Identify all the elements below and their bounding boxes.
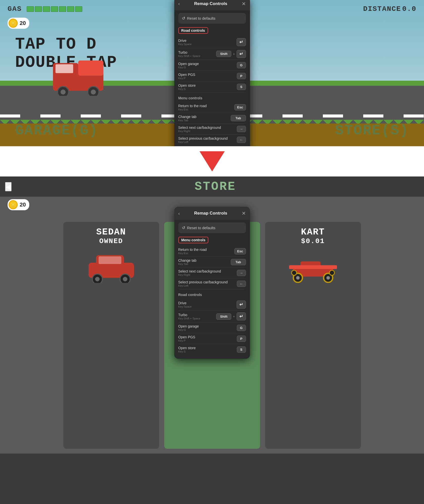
bot-drive-name: Drive <box>178 301 192 305</box>
bottom-reset-icon: ↺ <box>182 225 185 230</box>
store-open-name: Open store <box>178 83 196 87</box>
bot-road-section-title: Road controls <box>178 293 246 297</box>
bot-turbo-space-btn[interactable]: ↵ <box>237 312 246 320</box>
next-name: Select next car/background <box>178 126 221 130</box>
bot-garage-key-btn[interactable]: G <box>237 325 246 331</box>
arrow-down-icon <box>200 151 225 171</box>
turbo-space-btn[interactable]: ↵ <box>237 50 246 58</box>
bot-prev-row: Select previous car/background Key:Left … <box>178 278 246 289</box>
bottom-modal-header: ‹ Remap Controls ✕ <box>174 207 250 220</box>
bot-garage-row: Open garage Key:G G <box>178 322 246 333</box>
bot-prev-info: Select previous car/background Key:Left <box>178 280 228 287</box>
bottom-remap-modal: ‹ Remap Controls ✕ ↺ Reset to defaults M… <box>174 207 250 359</box>
bot-changetab-key: Key:Tab <box>178 262 196 265</box>
changetab-info: Change tab Key:Tab <box>178 115 196 122</box>
next-info: Select next car/background Key:Right <box>178 126 221 133</box>
changetab-key: Key:Tab <box>178 119 196 122</box>
top-changetab-row: Change tab Key:Tab Tab <box>178 113 246 124</box>
bot-turbo-binding: Shift + ↵ <box>216 312 246 320</box>
turbo-key: Key:Shift + Space <box>178 54 201 57</box>
prev-key-btn[interactable]: ← <box>237 137 246 143</box>
return-key: Key:Esc <box>178 108 207 111</box>
top-remap-modal: ‹ Remap Controls ✕ ↺ Reset to defaults R… <box>174 0 250 146</box>
drive-name: Drive <box>178 39 192 43</box>
drive-key-btn[interactable]: ↵ <box>237 38 246 46</box>
bot-turbo-name: Turbo <box>178 313 201 317</box>
bot-drive-key: Key:Space <box>178 305 192 308</box>
bot-store-row: Open store Key:S S <box>178 344 246 355</box>
bot-turbo-key: Key:Shift + Space <box>178 317 201 320</box>
bot-turbo-shift-btn[interactable]: Shift <box>216 313 231 320</box>
prev-key: Key:Left <box>178 140 228 143</box>
bot-prev-key: Key:Left <box>178 284 228 287</box>
top-modal-back-button[interactable]: ‹ <box>178 1 180 7</box>
bot-changetab-info: Change tab Key:Tab <box>178 258 196 265</box>
prev-info: Select previous car/background Key:Left <box>178 136 228 143</box>
bottom-modal-back-button[interactable]: ‹ <box>178 211 180 216</box>
top-menu-section-title: Menu controls <box>178 96 246 100</box>
bot-turbo-plus: + <box>233 314 235 318</box>
bot-next-key-btn[interactable]: → <box>237 270 246 276</box>
bottom-modal-overlay: ‹ Remap Controls ✕ ↺ Reset to defaults M… <box>0 176 424 504</box>
top-modal-overlay: ‹ Remap Controls ✕ ↺ Reset to defaults R… <box>0 0 424 146</box>
bottom-modal-title: Remap Controls <box>180 211 241 216</box>
bot-store-info: Open store Key:S <box>178 346 196 353</box>
divider-section <box>0 146 424 176</box>
bottom-reset-button[interactable]: ↺ Reset to defaults <box>178 222 246 233</box>
changetab-name: Change tab <box>178 115 196 119</box>
bot-garage-key: Key:G <box>178 328 199 331</box>
bot-next-key: Key:Right <box>178 273 221 276</box>
top-next-row: Select next car/background Key:Right → <box>178 124 246 135</box>
bot-prev-name: Select previous car/background <box>178 280 228 284</box>
top-store-row: Open store Key:S S <box>178 82 246 93</box>
store-info: Open store Key:S <box>178 83 196 91</box>
bot-garage-name: Open garage <box>178 324 199 328</box>
bot-changetab-name: Change tab <box>178 258 196 262</box>
top-garage-row: Open garage Key:G G <box>178 60 246 71</box>
top-modal-title: Remap Controls <box>180 1 241 6</box>
bot-drive-row: Drive Key:Space ↵ <box>178 299 246 311</box>
bottom-modal-close-button[interactable]: ✕ <box>242 210 246 216</box>
garage-info: Open garage Key:G <box>178 62 199 69</box>
next-key-btn[interactable]: → <box>237 126 246 132</box>
bot-changetab-row: Change tab Key:Tab Tab <box>178 257 246 268</box>
bot-prev-key-btn[interactable]: ← <box>237 281 246 287</box>
bot-return-row: Return to the road Key:Esc Esc <box>178 246 246 257</box>
bot-pgs-row: Open PGS Key:P P <box>178 333 246 344</box>
pgs-key-btn[interactable]: P <box>237 73 246 79</box>
bot-drive-key-btn[interactable]: ↵ <box>237 301 246 309</box>
bot-turbo-info: Turbo Key:Shift + Space <box>178 313 201 320</box>
next-key: Key:Right <box>178 130 221 133</box>
bot-store-key-btn[interactable]: S <box>237 346 246 353</box>
bot-changetab-key-btn[interactable]: Tab <box>231 259 246 265</box>
prev-name: Select previous car/background <box>178 136 228 140</box>
return-name: Return to the road <box>178 104 207 108</box>
bot-garage-info: Open garage Key:G <box>178 324 199 331</box>
bot-pgs-info: Open PGS Key:P <box>178 335 195 342</box>
turbo-name: Turbo <box>178 50 201 54</box>
return-info: Return to the road Key:Esc <box>178 104 207 111</box>
garage-open-key: Key:G <box>178 66 199 69</box>
turbo-plus: + <box>233 52 235 56</box>
top-game-screen: GAS DISTANCE 0.0 🪙 20 TAP TO D DOUBLE TA… <box>0 0 424 146</box>
turbo-shift-btn[interactable]: Shift <box>216 51 231 57</box>
changetab-key-btn[interactable]: Tab <box>231 115 246 121</box>
top-reset-button[interactable]: ↺ Reset to defaults <box>178 13 246 24</box>
bot-pgs-key-btn[interactable]: P <box>237 336 246 342</box>
bot-next-row: Select next car/background Key:Right → <box>178 268 246 278</box>
top-drive-row: Drive Key:Space ↵ <box>178 36 246 48</box>
top-modal-close-button[interactable]: ✕ <box>242 1 246 7</box>
bottom-modal-body: ↺ Reset to defaults Menu controls Return… <box>174 220 250 359</box>
bot-next-info: Select next car/background Key:Right <box>178 269 221 276</box>
garage-key-btn[interactable]: G <box>237 62 246 68</box>
store-key-btn[interactable]: S <box>237 84 246 90</box>
drive-key: Key:Space <box>178 43 192 46</box>
bot-return-key-btn[interactable]: Esc <box>234 248 246 254</box>
reset-icon: ↺ <box>182 16 185 21</box>
bot-pgs-key: Key:P <box>178 339 195 342</box>
bot-store-key: Key:S <box>178 350 196 353</box>
top-road-section-label: Road controls <box>178 27 208 34</box>
store-open-key: Key:S <box>178 87 196 91</box>
bot-next-name: Select next car/background <box>178 269 221 273</box>
return-key-btn[interactable]: Esc <box>234 104 246 110</box>
